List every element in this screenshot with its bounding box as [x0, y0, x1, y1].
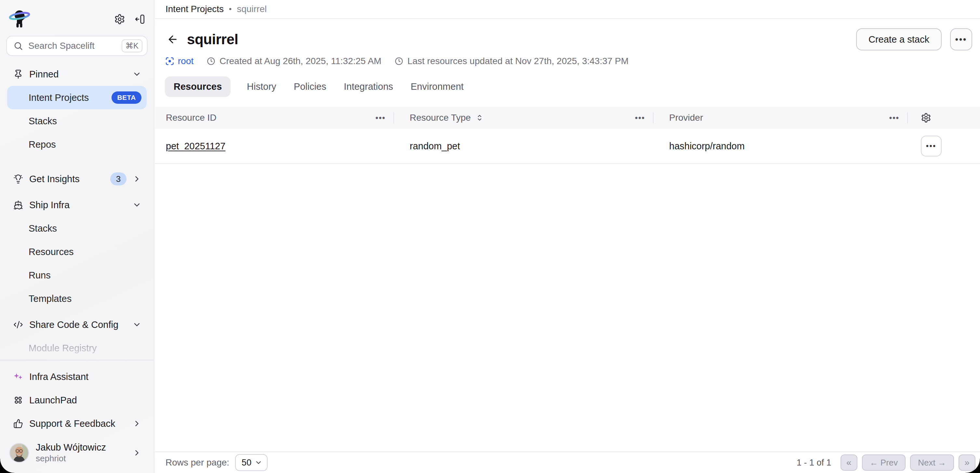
ellipsis-icon: ••• [926, 142, 936, 150]
pin-icon [13, 69, 24, 79]
user-name: Jakub Wójtowicz [36, 442, 126, 453]
sidebar-item-stacks[interactable]: Stacks [7, 217, 146, 240]
resource-id-link[interactable]: pet_20251127 [166, 141, 225, 151]
sidebar-nav: Pinned Intent Projects BETA Stacks Repos [0, 56, 154, 360]
more-actions-button[interactable]: ••• [950, 28, 972, 51]
page-header: squirrel Create a stack ••• [155, 19, 980, 97]
ship-icon [13, 200, 24, 210]
table-settings-gear-icon[interactable] [921, 113, 931, 123]
next-page-button[interactable]: Next → [910, 454, 954, 471]
chevron-down-icon [132, 70, 142, 79]
sidebar-item-pinned-repos[interactable]: Repos [7, 133, 146, 156]
sidebar-item-resources[interactable]: Resources [7, 240, 146, 263]
sidebar-item-support-feedback[interactable]: Support & Feedback [7, 412, 146, 435]
sidebar-item-infra-assistant[interactable]: Infra Assistant [7, 365, 146, 389]
sidebar-header [0, 0, 154, 32]
row-actions-button[interactable]: ••• [921, 135, 942, 156]
launchpad-grid-icon [13, 395, 24, 405]
chevron-right-icon [132, 174, 142, 183]
create-stack-button[interactable]: Create a stack [856, 28, 942, 51]
tab-environment[interactable]: Environment [409, 81, 465, 92]
column-resource-id: Resource ID ••• [155, 107, 394, 129]
breadcrumb: Intent Projects • squirrel [155, 0, 980, 19]
last-updated-at: Last resources updated at Nov 27th, 2025… [395, 56, 628, 66]
main-content: Intent Projects • squirrel squirrel Crea… [155, 0, 980, 473]
sparkles-icon [13, 371, 24, 382]
clock-icon [395, 57, 404, 66]
sidebar-item-module-registry[interactable]: Module Registry [7, 336, 146, 360]
insights-count-badge: 3 [110, 172, 126, 185]
sort-icon[interactable] [476, 113, 484, 122]
settings-gear-icon[interactable] [114, 14, 125, 25]
page-title: squirrel [187, 31, 238, 48]
user-handle: sephriot [36, 454, 126, 463]
sidebar-section-ship-infra[interactable]: Ship Infra [7, 193, 146, 217]
ellipsis-icon: ••• [955, 35, 967, 44]
table-row: pet_20251127 random_pet hashicorp/random… [155, 129, 980, 164]
space-icon [165, 56, 175, 66]
thumbs-up-icon [13, 419, 24, 428]
spacelift-app: ⌘K Pinned Intent Projects BETA [0, 0, 980, 473]
tab-integrations[interactable]: Integrations [342, 81, 395, 92]
column-menu-icon[interactable]: ••• [375, 113, 386, 122]
sidebar-item-launchpad[interactable]: LaunchPad [7, 389, 146, 412]
tab-history[interactable]: History [245, 81, 277, 92]
lightbulb-icon [13, 174, 24, 184]
sidebar: ⌘K Pinned Intent Projects BETA [0, 0, 154, 473]
breadcrumb-intent-projects[interactable]: Intent Projects [165, 4, 224, 14]
search-icon [13, 41, 23, 51]
pagination-range: 1 - 1 of 1 [797, 458, 831, 468]
first-page-button[interactable]: « [840, 454, 858, 471]
sidebar-item-pinned-stacks[interactable]: Stacks [7, 109, 146, 133]
sidebar-item-templates[interactable]: Templates [7, 287, 146, 311]
chevron-down-icon [255, 459, 262, 467]
tab-resources[interactable]: Resources [165, 76, 231, 97]
breadcrumb-current: squirrel [237, 4, 267, 14]
prev-page-button[interactable]: ← Prev [862, 454, 906, 471]
sidebar-item-get-insights[interactable]: Get Insights 3 [7, 167, 146, 191]
resources-table: Resource ID ••• Resource Type ••• Provi [155, 107, 980, 164]
project-meta: root Created at Aug 26th, 2025, 11:32:25… [165, 55, 972, 67]
search-shortcut-badge: ⌘K [122, 39, 142, 53]
screen-corner [966, 459, 980, 473]
clock-icon [207, 57, 216, 66]
breadcrumb-separator: • [229, 5, 232, 14]
arrow-left-icon [167, 33, 178, 45]
search-input[interactable]: ⌘K [6, 36, 148, 56]
table-header: Resource ID ••• Resource Type ••• Provi [155, 107, 980, 129]
provider-cell: hashicorp/random [654, 141, 908, 151]
user-menu[interactable]: Jakub Wójtowicz sephriot [7, 437, 146, 468]
sidebar-bottom: Infra Assistant LaunchPad [0, 360, 154, 473]
resource-type-cell: random_pet [394, 141, 654, 151]
code-icon [13, 320, 24, 330]
collapse-sidebar-icon[interactable] [134, 14, 145, 25]
space-root-link[interactable]: root [165, 56, 194, 66]
chevron-right-icon [132, 419, 142, 428]
chevron-down-icon [132, 320, 142, 329]
sidebar-section-share-code-config[interactable]: Share Code & Config [7, 313, 146, 336]
column-resource-type: Resource Type ••• [394, 107, 654, 129]
pinned-label: Pinned [29, 69, 59, 80]
beta-badge: BETA [111, 91, 142, 104]
back-button[interactable] [165, 32, 180, 47]
tab-policies[interactable]: Policies [293, 81, 328, 92]
rows-per-page-select[interactable]: 50 [235, 454, 267, 471]
sidebar-item-runs[interactable]: Runs [7, 263, 146, 287]
chevron-right-icon [132, 448, 142, 457]
tab-bar: Resources History Policies Integrations … [165, 76, 972, 97]
column-menu-icon[interactable]: ••• [635, 113, 645, 122]
screen-corner [0, 459, 14, 473]
sidebar-section-pinned[interactable]: Pinned [7, 62, 146, 86]
chevron-down-icon [132, 201, 142, 210]
column-menu-icon[interactable]: ••• [889, 113, 899, 122]
pagination-bar: Rows per page: 50 1 - 1 of 1 « ← Prev Ne… [155, 452, 980, 473]
rows-per-page-label: Rows per page: [165, 457, 229, 468]
sidebar-item-intent-projects[interactable]: Intent Projects BETA [7, 86, 146, 109]
column-settings [908, 107, 980, 129]
search-field[interactable] [28, 41, 116, 51]
spacelift-logo[interactable] [8, 8, 30, 29]
created-at: Created at Aug 26th, 2025, 11:32:25 AM [207, 56, 382, 66]
column-provider: Provider ••• [654, 107, 908, 129]
